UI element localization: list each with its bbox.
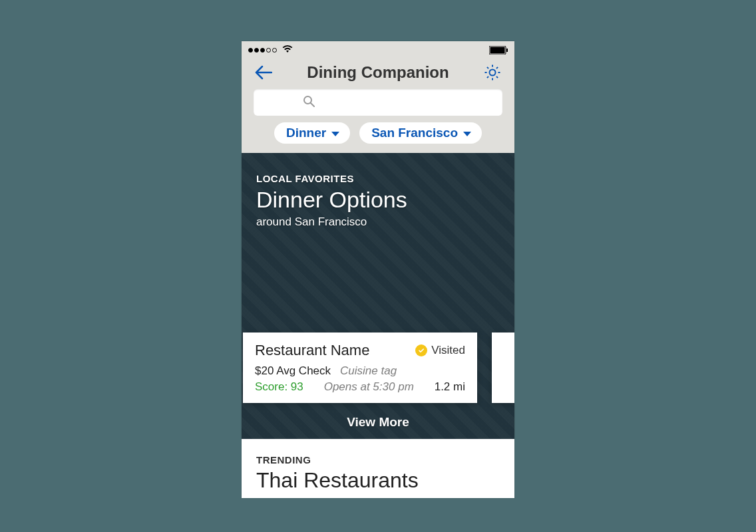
settings-button[interactable] [482,63,502,82]
card-carousel[interactable]: Restaurant Name Visited $20 Avg Check Cu… [243,332,500,403]
nav-header: Dining Companion [242,59,514,89]
svg-rect-2 [506,49,508,52]
hero-subtitle: around San Francisco [256,215,500,229]
hero-eyebrow: LOCAL FAVORITES [256,173,500,184]
status-bar [242,41,514,59]
gear-icon [484,64,501,81]
check-badge-icon [415,344,427,356]
battery-icon [489,46,508,55]
visited-indicator: Visited [415,344,465,357]
trending-title: Thai Restaurants [256,468,500,493]
chevron-down-icon [331,132,339,136]
hero-section: LOCAL FAVORITES Dinner Options around Sa… [242,153,514,439]
search-area: Dinner San Francisco [242,89,514,153]
trending-eyebrow: TRENDING [256,454,500,466]
restaurant-card-next[interactable] [492,332,514,403]
meal-filter[interactable]: Dinner [274,122,350,144]
avg-check: $20 Avg Check [255,364,331,378]
visited-label: Visited [431,344,465,357]
view-more-button[interactable]: View More [256,415,500,430]
distance: 1.2 mi [435,380,465,394]
signal-indicator [248,44,293,56]
svg-line-5 [311,103,314,106]
arrow-left-icon [255,65,272,80]
back-button[interactable] [254,63,274,82]
score: Score: 93 [255,380,303,394]
svg-point-3 [490,70,496,76]
wifi-icon [282,44,293,56]
search-icon [303,95,315,110]
page-title: Dining Companion [274,63,482,82]
opens-at: Opens at 5:30 pm [324,380,414,394]
filter-row: Dinner San Francisco [254,122,502,144]
cuisine-tag: Cuisine tag [340,364,397,378]
location-filter-label: San Francisco [371,126,458,140]
trending-section: TRENDING Thai Restaurants [242,439,514,498]
svg-rect-1 [490,47,505,53]
location-filter[interactable]: San Francisco [359,122,482,144]
meal-filter-label: Dinner [286,126,326,140]
chevron-down-icon [463,132,471,136]
search-input[interactable] [254,89,502,116]
phone-frame: Dining Companion Dinner San Francisco [242,41,514,498]
restaurant-card[interactable]: Restaurant Name Visited $20 Avg Check Cu… [243,332,477,403]
hero-title: Dinner Options [256,187,500,213]
restaurant-name: Restaurant Name [255,342,369,359]
